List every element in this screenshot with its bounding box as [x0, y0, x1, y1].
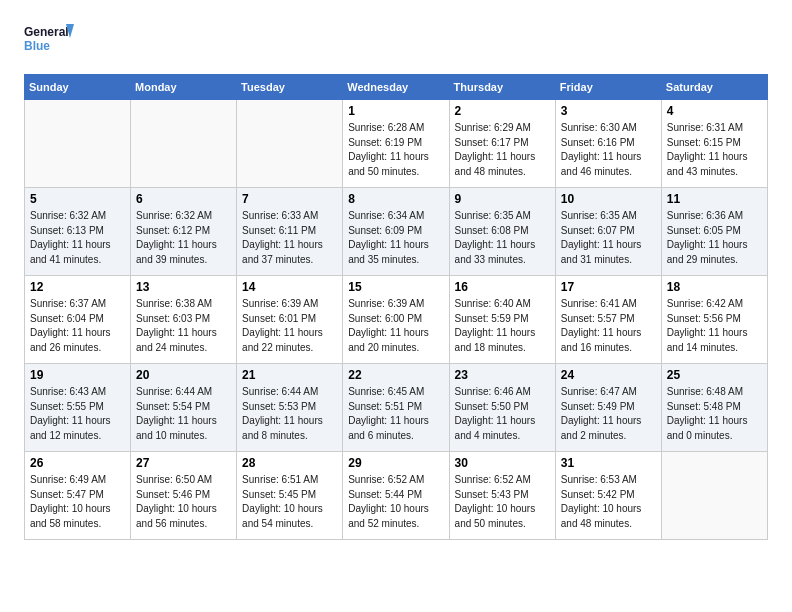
- calendar-cell: [661, 452, 767, 540]
- day-info: Sunrise: 6:31 AM Sunset: 6:15 PM Dayligh…: [667, 121, 762, 179]
- day-number: 10: [561, 192, 656, 206]
- calendar-cell: 23Sunrise: 6:46 AM Sunset: 5:50 PM Dayli…: [449, 364, 555, 452]
- calendar-cell: 13Sunrise: 6:38 AM Sunset: 6:03 PM Dayli…: [131, 276, 237, 364]
- day-number: 2: [455, 104, 550, 118]
- day-info: Sunrise: 6:36 AM Sunset: 6:05 PM Dayligh…: [667, 209, 762, 267]
- day-number: 26: [30, 456, 125, 470]
- day-info: Sunrise: 6:32 AM Sunset: 6:13 PM Dayligh…: [30, 209, 125, 267]
- day-number: 5: [30, 192, 125, 206]
- day-info: Sunrise: 6:29 AM Sunset: 6:17 PM Dayligh…: [455, 121, 550, 179]
- day-number: 7: [242, 192, 337, 206]
- logo-svg: General Blue: [24, 20, 74, 62]
- day-number: 22: [348, 368, 443, 382]
- day-number: 16: [455, 280, 550, 294]
- day-info: Sunrise: 6:38 AM Sunset: 6:03 PM Dayligh…: [136, 297, 231, 355]
- day-number: 20: [136, 368, 231, 382]
- day-info: Sunrise: 6:28 AM Sunset: 6:19 PM Dayligh…: [348, 121, 443, 179]
- day-number: 23: [455, 368, 550, 382]
- day-info: Sunrise: 6:34 AM Sunset: 6:09 PM Dayligh…: [348, 209, 443, 267]
- day-info: Sunrise: 6:48 AM Sunset: 5:48 PM Dayligh…: [667, 385, 762, 443]
- day-info: Sunrise: 6:44 AM Sunset: 5:54 PM Dayligh…: [136, 385, 231, 443]
- calendar-cell: 3Sunrise: 6:30 AM Sunset: 6:16 PM Daylig…: [555, 100, 661, 188]
- day-info: Sunrise: 6:43 AM Sunset: 5:55 PM Dayligh…: [30, 385, 125, 443]
- col-header-wednesday: Wednesday: [343, 75, 449, 100]
- calendar-cell: 24Sunrise: 6:47 AM Sunset: 5:49 PM Dayli…: [555, 364, 661, 452]
- day-number: 15: [348, 280, 443, 294]
- calendar-cell: 20Sunrise: 6:44 AM Sunset: 5:54 PM Dayli…: [131, 364, 237, 452]
- calendar-cell: 5Sunrise: 6:32 AM Sunset: 6:13 PM Daylig…: [25, 188, 131, 276]
- header: General Blue: [24, 20, 768, 62]
- week-row-2: 5Sunrise: 6:32 AM Sunset: 6:13 PM Daylig…: [25, 188, 768, 276]
- day-info: Sunrise: 6:42 AM Sunset: 5:56 PM Dayligh…: [667, 297, 762, 355]
- col-header-monday: Monday: [131, 75, 237, 100]
- calendar-cell: 9Sunrise: 6:35 AM Sunset: 6:08 PM Daylig…: [449, 188, 555, 276]
- calendar-cell: [131, 100, 237, 188]
- day-number: 1: [348, 104, 443, 118]
- svg-text:Blue: Blue: [24, 39, 50, 53]
- day-info: Sunrise: 6:39 AM Sunset: 6:01 PM Dayligh…: [242, 297, 337, 355]
- calendar-cell: 8Sunrise: 6:34 AM Sunset: 6:09 PM Daylig…: [343, 188, 449, 276]
- col-header-thursday: Thursday: [449, 75, 555, 100]
- day-number: 8: [348, 192, 443, 206]
- day-number: 25: [667, 368, 762, 382]
- day-info: Sunrise: 6:52 AM Sunset: 5:43 PM Dayligh…: [455, 473, 550, 531]
- day-info: Sunrise: 6:30 AM Sunset: 6:16 PM Dayligh…: [561, 121, 656, 179]
- day-number: 9: [455, 192, 550, 206]
- calendar-cell: 10Sunrise: 6:35 AM Sunset: 6:07 PM Dayli…: [555, 188, 661, 276]
- day-number: 14: [242, 280, 337, 294]
- day-number: 13: [136, 280, 231, 294]
- day-number: 19: [30, 368, 125, 382]
- day-info: Sunrise: 6:35 AM Sunset: 6:08 PM Dayligh…: [455, 209, 550, 267]
- day-number: 6: [136, 192, 231, 206]
- calendar-cell: 2Sunrise: 6:29 AM Sunset: 6:17 PM Daylig…: [449, 100, 555, 188]
- calendar-cell: 1Sunrise: 6:28 AM Sunset: 6:19 PM Daylig…: [343, 100, 449, 188]
- calendar-cell: 26Sunrise: 6:49 AM Sunset: 5:47 PM Dayli…: [25, 452, 131, 540]
- day-info: Sunrise: 6:39 AM Sunset: 6:00 PM Dayligh…: [348, 297, 443, 355]
- calendar-cell: 28Sunrise: 6:51 AM Sunset: 5:45 PM Dayli…: [237, 452, 343, 540]
- day-number: 11: [667, 192, 762, 206]
- day-number: 31: [561, 456, 656, 470]
- calendar-cell: 30Sunrise: 6:52 AM Sunset: 5:43 PM Dayli…: [449, 452, 555, 540]
- day-info: Sunrise: 6:49 AM Sunset: 5:47 PM Dayligh…: [30, 473, 125, 531]
- calendar-cell: 25Sunrise: 6:48 AM Sunset: 5:48 PM Dayli…: [661, 364, 767, 452]
- calendar-cell: [237, 100, 343, 188]
- day-info: Sunrise: 6:35 AM Sunset: 6:07 PM Dayligh…: [561, 209, 656, 267]
- day-info: Sunrise: 6:41 AM Sunset: 5:57 PM Dayligh…: [561, 297, 656, 355]
- col-header-sunday: Sunday: [25, 75, 131, 100]
- calendar-cell: 11Sunrise: 6:36 AM Sunset: 6:05 PM Dayli…: [661, 188, 767, 276]
- day-info: Sunrise: 6:50 AM Sunset: 5:46 PM Dayligh…: [136, 473, 231, 531]
- calendar-cell: 29Sunrise: 6:52 AM Sunset: 5:44 PM Dayli…: [343, 452, 449, 540]
- calendar-cell: 6Sunrise: 6:32 AM Sunset: 6:12 PM Daylig…: [131, 188, 237, 276]
- week-row-5: 26Sunrise: 6:49 AM Sunset: 5:47 PM Dayli…: [25, 452, 768, 540]
- day-number: 17: [561, 280, 656, 294]
- week-row-3: 12Sunrise: 6:37 AM Sunset: 6:04 PM Dayli…: [25, 276, 768, 364]
- day-number: 21: [242, 368, 337, 382]
- calendar-cell: 16Sunrise: 6:40 AM Sunset: 5:59 PM Dayli…: [449, 276, 555, 364]
- calendar-cell: 27Sunrise: 6:50 AM Sunset: 5:46 PM Dayli…: [131, 452, 237, 540]
- day-info: Sunrise: 6:33 AM Sunset: 6:11 PM Dayligh…: [242, 209, 337, 267]
- calendar-cell: 14Sunrise: 6:39 AM Sunset: 6:01 PM Dayli…: [237, 276, 343, 364]
- calendar-cell: 31Sunrise: 6:53 AM Sunset: 5:42 PM Dayli…: [555, 452, 661, 540]
- calendar-cell: 22Sunrise: 6:45 AM Sunset: 5:51 PM Dayli…: [343, 364, 449, 452]
- calendar-cell: 4Sunrise: 6:31 AM Sunset: 6:15 PM Daylig…: [661, 100, 767, 188]
- day-number: 29: [348, 456, 443, 470]
- day-info: Sunrise: 6:47 AM Sunset: 5:49 PM Dayligh…: [561, 385, 656, 443]
- calendar-cell: 17Sunrise: 6:41 AM Sunset: 5:57 PM Dayli…: [555, 276, 661, 364]
- day-info: Sunrise: 6:51 AM Sunset: 5:45 PM Dayligh…: [242, 473, 337, 531]
- day-info: Sunrise: 6:46 AM Sunset: 5:50 PM Dayligh…: [455, 385, 550, 443]
- day-number: 28: [242, 456, 337, 470]
- calendar-table: SundayMondayTuesdayWednesdayThursdayFrid…: [24, 74, 768, 540]
- day-number: 4: [667, 104, 762, 118]
- day-number: 18: [667, 280, 762, 294]
- col-header-friday: Friday: [555, 75, 661, 100]
- day-number: 27: [136, 456, 231, 470]
- calendar-cell: 15Sunrise: 6:39 AM Sunset: 6:00 PM Dayli…: [343, 276, 449, 364]
- calendar-header-row: SundayMondayTuesdayWednesdayThursdayFrid…: [25, 75, 768, 100]
- calendar-cell: 19Sunrise: 6:43 AM Sunset: 5:55 PM Dayli…: [25, 364, 131, 452]
- day-number: 12: [30, 280, 125, 294]
- day-info: Sunrise: 6:37 AM Sunset: 6:04 PM Dayligh…: [30, 297, 125, 355]
- day-info: Sunrise: 6:45 AM Sunset: 5:51 PM Dayligh…: [348, 385, 443, 443]
- day-info: Sunrise: 6:32 AM Sunset: 6:12 PM Dayligh…: [136, 209, 231, 267]
- calendar-cell: 21Sunrise: 6:44 AM Sunset: 5:53 PM Dayli…: [237, 364, 343, 452]
- day-info: Sunrise: 6:44 AM Sunset: 5:53 PM Dayligh…: [242, 385, 337, 443]
